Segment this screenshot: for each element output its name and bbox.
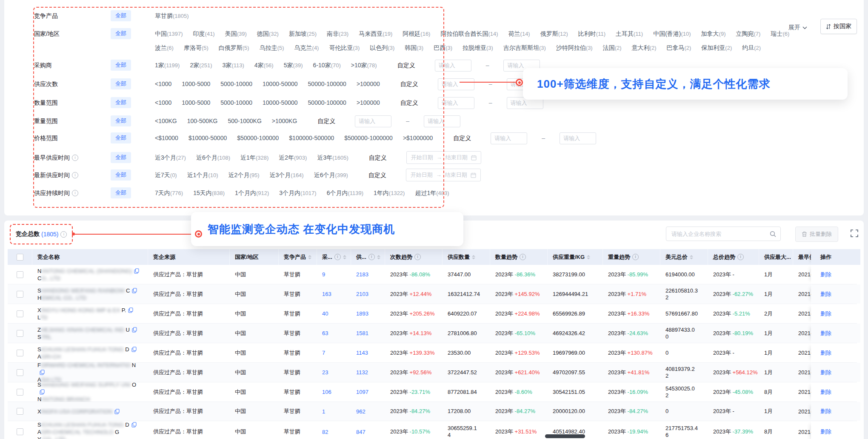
filter-option[interactable]: 10000-50000 — [263, 77, 298, 90]
filter-custom-label[interactable]: 自定义 — [400, 96, 418, 109]
filter-custom-label[interactable]: 自定义 — [317, 115, 335, 127]
copy-icon[interactable] — [114, 409, 120, 414]
row-checkbox[interactable] — [17, 291, 23, 298]
buyers-count-link[interactable]: 163 — [322, 291, 331, 297]
by-country-button[interactable]: 按国家 — [820, 19, 857, 34]
filter-option[interactable]: 50000-100000 — [308, 96, 346, 109]
filter-option[interactable]: 10000-50000 — [263, 96, 298, 109]
filter-option[interactable]: >100000 — [357, 77, 380, 90]
filter-all-chip[interactable]: 全部 — [111, 187, 131, 198]
expand-toggle[interactable]: 展开 — [788, 21, 807, 34]
filter-option[interactable]: 土耳其(11) — [616, 27, 643, 40]
filter-option[interactable]: 意大利(2) — [632, 41, 657, 55]
filter-max-input[interactable] — [424, 115, 460, 127]
search-icon[interactable] — [770, 231, 776, 237]
supply-times-link[interactable]: 1132 — [356, 369, 368, 376]
filter-custom-label[interactable]: 自定义 — [400, 77, 418, 90]
filter-custom-label[interactable]: 自定义 — [453, 132, 471, 144]
row-checkbox[interactable] — [17, 408, 23, 415]
filter-option[interactable]: 2家(251) — [190, 59, 212, 72]
filter-date-range[interactable]: 开始日期→结束日期 — [406, 151, 481, 164]
sort-icon[interactable] — [690, 255, 693, 259]
filter-option[interactable]: 新加坡(25) — [289, 27, 317, 40]
buyers-count-link[interactable]: 1 — [322, 408, 325, 415]
buyers-count-link[interactable]: 7 — [322, 350, 325, 356]
filter-option[interactable]: 3个月内(1017) — [279, 187, 316, 200]
filter-option[interactable]: 巴拿马(2) — [666, 41, 691, 55]
filter-option[interactable]: 7天内(776) — [155, 187, 183, 200]
filter-option[interactable]: 阿根廷(16) — [403, 27, 430, 40]
filter-option[interactable]: >100000 — [357, 96, 380, 109]
row-checkbox[interactable] — [17, 310, 23, 317]
filter-option[interactable]: 俄罗斯(12) — [540, 27, 568, 40]
filter-option[interactable]: 荷兰(14) — [508, 27, 530, 40]
filter-option[interactable]: 阿拉伯联合酋长国(14) — [440, 27, 498, 40]
row-checkbox[interactable] — [17, 389, 23, 396]
filter-option[interactable]: $500000-1000000 — [344, 132, 393, 144]
filter-option[interactable]: 近6个月(108) — [196, 151, 230, 164]
filter-option[interactable]: 中国(1397) — [155, 27, 183, 40]
copy-icon[interactable] — [40, 389, 45, 395]
sort-icon[interactable] — [472, 255, 475, 259]
filter-option[interactable]: 500-1000KG — [228, 115, 261, 127]
filter-all-chip[interactable]: 全部 — [111, 28, 131, 39]
filter-option[interactable]: 乌拉圭(5) — [260, 41, 284, 55]
buyers-count-link[interactable]: 63 — [322, 330, 328, 336]
filter-option[interactable]: 哥伦比亚(3) — [329, 41, 360, 55]
filter-option[interactable]: 5家(39) — [284, 59, 303, 72]
copy-icon[interactable] — [131, 422, 137, 428]
filter-option[interactable]: 超过1年(483) — [415, 187, 449, 200]
copy-icon[interactable] — [128, 307, 133, 313]
filter-option[interactable]: 吉尔吉斯斯坦(3) — [503, 41, 546, 55]
filter-all-chip[interactable]: 全部 — [111, 169, 131, 181]
filter-option[interactable]: >$1000000 — [403, 132, 433, 144]
filter-all-chip[interactable]: 全部 — [111, 60, 131, 71]
delete-link[interactable]: 删除 — [820, 349, 831, 357]
sort-icon[interactable] — [308, 255, 311, 259]
filter-min-input[interactable] — [491, 132, 527, 144]
filter-min-input[interactable] — [438, 78, 474, 90]
filter-all-chip[interactable]: 全部 — [111, 10, 131, 21]
filter-option[interactable]: 波兰(6) — [155, 41, 174, 55]
buyers-count-link[interactable]: 9 — [322, 271, 325, 278]
filter-option[interactable]: 拉脱维亚(3) — [463, 41, 493, 55]
batch-delete-button[interactable]: 批量删除 — [795, 227, 838, 242]
filter-option[interactable]: 韩国(3) — [405, 41, 423, 55]
supply-times-link[interactable]: 1143 — [356, 350, 368, 356]
supply-times-link[interactable]: 1893 — [356, 310, 368, 317]
table-scroll-area[interactable]: 竞企名称竞企来源国家/地区竞争产品采...i供...i次数趋势i供应数量数量趋势… — [8, 249, 860, 439]
filter-option[interactable]: <100KG — [155, 115, 177, 127]
horizontal-scrollbar-thumb[interactable] — [545, 434, 585, 438]
filter-option[interactable]: 1个月内(912) — [235, 187, 269, 200]
filter-option[interactable]: 保加利亚(2) — [701, 41, 732, 55]
filter-option[interactable]: <1000 — [155, 77, 171, 90]
info-icon[interactable]: i — [60, 231, 67, 238]
copy-icon[interactable] — [40, 370, 45, 375]
buyers-count-link[interactable]: 82 — [322, 429, 328, 435]
filter-option[interactable]: 1年内(1322) — [374, 187, 405, 200]
filter-option[interactable]: 6-10家(70) — [313, 59, 341, 72]
filter-option[interactable]: 约旦(2) — [742, 41, 761, 55]
filter-min-input[interactable] — [435, 60, 471, 72]
filter-option[interactable]: 摩洛哥(5) — [184, 41, 208, 55]
filter-option[interactable]: 德国(32) — [257, 27, 279, 40]
filter-option[interactable]: 1家(1199) — [155, 59, 180, 72]
filter-option[interactable]: 近1年(328) — [240, 151, 268, 164]
supply-times-link[interactable]: 962 — [356, 408, 365, 415]
delete-link[interactable]: 删除 — [820, 428, 831, 436]
filter-option[interactable]: >1000KG — [272, 115, 297, 127]
buyers-count-link[interactable]: 106 — [322, 389, 331, 395]
filter-all-chip[interactable]: 全部 — [111, 97, 131, 108]
filter-option[interactable]: 近6个月(399) — [314, 169, 348, 182]
filter-all-chip[interactable]: 全部 — [111, 152, 131, 163]
filter-option[interactable]: $100000-500000 — [289, 132, 334, 144]
delete-link[interactable]: 删除 — [820, 388, 831, 396]
filter-option[interactable]: <$10000 — [155, 132, 178, 144]
supply-times-link[interactable]: 2183 — [356, 271, 368, 278]
sort-icon[interactable] — [377, 255, 380, 259]
filter-option[interactable]: >10家(78) — [351, 59, 377, 72]
filter-option[interactable]: 草甘膦(1805) — [155, 9, 189, 23]
filter-option[interactable]: 100-500KG — [187, 115, 218, 127]
filter-option[interactable]: $10000-50000 — [188, 132, 227, 144]
delete-link[interactable]: 删除 — [820, 271, 831, 278]
